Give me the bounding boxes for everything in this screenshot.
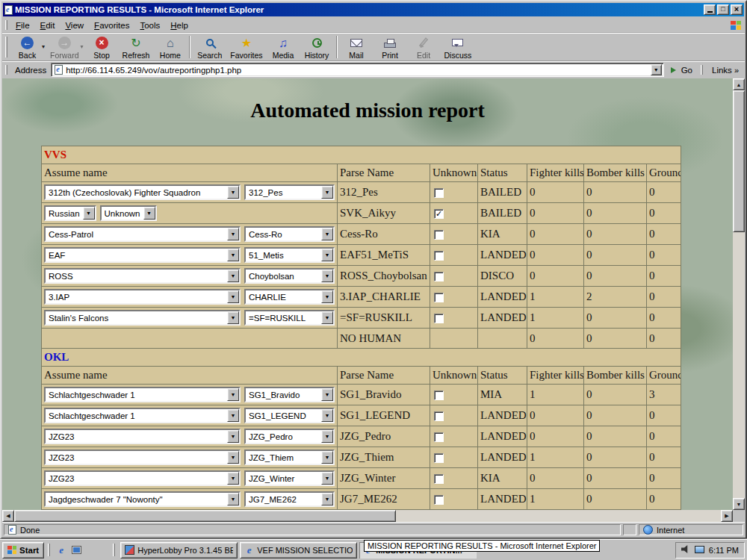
squadron-select[interactable]: 3.IAP▼ bbox=[44, 289, 241, 305]
squadron-select[interactable]: Schlachtgeschwader 1▼ bbox=[44, 387, 241, 402]
toolbar-back-button[interactable]: ←Back bbox=[10, 34, 44, 60]
dropdown-caret-icon[interactable]: ▾ bbox=[42, 43, 45, 60]
vertical-scrollbar[interactable]: ▲ ▼ bbox=[733, 78, 745, 510]
scroll-down-icon[interactable]: ▼ bbox=[733, 498, 745, 510]
squadron-select[interactable]: JZG23▼ bbox=[44, 449, 241, 465]
chevron-down-icon[interactable]: ▼ bbox=[227, 472, 239, 485]
vertical-scroll-track[interactable] bbox=[733, 90, 745, 498]
unknown-checkbox[interactable] bbox=[434, 251, 444, 261]
quicklaunch-show-desktop[interactable] bbox=[70, 544, 82, 557]
tasks-grip[interactable] bbox=[113, 544, 115, 556]
minimize-button[interactable] bbox=[704, 4, 716, 15]
unknown-checkbox[interactable] bbox=[434, 453, 444, 463]
squadron-select[interactable]: Schlachtgeschwader 1▼ bbox=[44, 408, 241, 423]
toolbar-media-button[interactable]: ♫Media bbox=[267, 34, 300, 60]
scroll-left-icon[interactable]: ◀ bbox=[2, 510, 14, 522]
chevron-down-icon[interactable]: ▼ bbox=[321, 388, 333, 401]
squadron-select[interactable]: Stalin's Falcons▼ bbox=[44, 310, 241, 326]
links-bar[interactable]: Links » bbox=[709, 66, 742, 75]
task-button-1[interactable]: HyperLobby Pro 3.1.45 BETA bbox=[120, 542, 238, 559]
pilot-select[interactable]: 51_Metis▼ bbox=[244, 247, 335, 263]
squadron-select[interactable]: JZG23▼ bbox=[44, 429, 241, 444]
unknown-checkbox[interactable] bbox=[434, 314, 444, 323]
toolbar-search-button[interactable]: Search bbox=[193, 34, 226, 60]
toolbar-history-button[interactable]: History bbox=[300, 34, 334, 60]
chevron-down-icon[interactable]: ▼ bbox=[321, 409, 333, 422]
chevron-down-icon[interactable]: ▼ bbox=[227, 493, 239, 505]
chevron-down-icon[interactable]: ▼ bbox=[321, 493, 333, 505]
unknown-checkbox[interactable] bbox=[434, 230, 444, 240]
address-dropdown-button[interactable]: ▼ bbox=[651, 64, 662, 75]
chevron-down-icon[interactable]: ▼ bbox=[321, 451, 333, 464]
menu-file[interactable]: File bbox=[10, 19, 35, 31]
pilot-select[interactable]: Russian▼ bbox=[44, 205, 96, 221]
chevron-down-icon[interactable]: ▼ bbox=[227, 409, 239, 422]
unknown-checkbox[interactable] bbox=[434, 293, 444, 302]
links-grip[interactable] bbox=[701, 65, 703, 75]
chevron-down-icon[interactable]: ▼ bbox=[143, 207, 155, 220]
toolbar-stop-button[interactable]: ×Stop bbox=[85, 34, 119, 60]
chevron-down-icon[interactable]: ▼ bbox=[227, 388, 239, 401]
address-input[interactable]: http://66.114.65.249/vov/autreportingphp… bbox=[51, 63, 663, 77]
chevron-down-icon[interactable]: ▼ bbox=[321, 430, 333, 443]
scroll-right-icon[interactable]: ▶ bbox=[721, 510, 733, 522]
ie-window-icon[interactable] bbox=[4, 5, 13, 15]
horizontal-scroll-thumb[interactable] bbox=[14, 510, 396, 522]
pilot-select[interactable]: JG7_ME262▼ bbox=[244, 491, 335, 507]
toolbar-favorites-button[interactable]: ★Favorites bbox=[226, 34, 266, 60]
chevron-down-icon[interactable]: ▼ bbox=[227, 311, 239, 324]
menu-edit[interactable]: Edit bbox=[35, 19, 61, 31]
chevron-down-icon[interactable]: ▼ bbox=[321, 472, 333, 485]
unknown-checkbox[interactable] bbox=[434, 411, 444, 421]
toolbar-grip[interactable] bbox=[5, 37, 7, 57]
squadron-select[interactable]: JZG23▼ bbox=[44, 470, 241, 486]
squadron-select[interactable]: ROSS▼ bbox=[44, 268, 241, 284]
pilot-select[interactable]: JZG_Winter▼ bbox=[244, 470, 335, 486]
start-button[interactable]: Start bbox=[2, 542, 44, 559]
chevron-down-icon[interactable]: ▼ bbox=[227, 270, 239, 282]
horizontal-scroll-track[interactable] bbox=[14, 510, 721, 522]
unknown-checkbox[interactable]: ✓ bbox=[434, 209, 444, 219]
toolbar-print-button[interactable]: Print bbox=[374, 34, 407, 60]
chevron-down-icon[interactable]: ▼ bbox=[227, 430, 239, 443]
unknown-checkbox[interactable] bbox=[434, 474, 444, 484]
unknown-checkbox[interactable] bbox=[434, 188, 444, 198]
pilot-select[interactable]: =SF=RUSKILL▼ bbox=[244, 310, 335, 326]
chevron-down-icon[interactable]: ▼ bbox=[321, 228, 333, 240]
chevron-down-icon[interactable]: ▼ bbox=[321, 290, 333, 303]
menu-favorites[interactable]: Favorites bbox=[89, 19, 134, 31]
pilot-select[interactable]: CHARLIE▼ bbox=[244, 289, 335, 305]
pilot-select[interactable]: JZG_Thiem▼ bbox=[244, 449, 335, 465]
toolbar-mail-button[interactable]: Mail bbox=[340, 34, 374, 60]
pilot-select[interactable]: 312_Pes▼ bbox=[244, 184, 335, 200]
maximize-button[interactable]: □ bbox=[717, 4, 729, 15]
menu-help[interactable]: Help bbox=[165, 19, 193, 31]
chevron-down-icon[interactable]: ▼ bbox=[227, 290, 239, 303]
title-bar[interactable]: MISSION REPORTING RESULTS - Microsoft In… bbox=[3, 3, 744, 16]
scroll-up-icon[interactable]: ▲ bbox=[733, 78, 745, 90]
chevron-down-icon[interactable]: ▼ bbox=[321, 186, 333, 199]
unknown-checkbox[interactable] bbox=[434, 272, 444, 281]
quicklaunch-ie-logo[interactable]: e bbox=[55, 544, 67, 557]
chevron-down-icon[interactable]: ▼ bbox=[227, 228, 239, 240]
tray-display[interactable] bbox=[695, 546, 704, 555]
pilot-select[interactable]: JZG_Pedro▼ bbox=[244, 429, 335, 444]
horizontal-scrollbar[interactable]: ◀ ▶ bbox=[2, 510, 733, 522]
menu-view[interactable]: View bbox=[60, 19, 89, 31]
pilot-select[interactable]: SG1_LEGEND▼ bbox=[244, 408, 335, 423]
address-grip[interactable] bbox=[5, 65, 7, 75]
task-button-2[interactable]: eVEF MISSION SELECTIO... bbox=[240, 542, 357, 559]
unknown-checkbox[interactable] bbox=[434, 495, 444, 505]
chevron-down-icon[interactable]: ▼ bbox=[227, 249, 239, 261]
tray-volume[interactable] bbox=[681, 545, 690, 555]
pilot-select[interactable]: SG1_Bravido▼ bbox=[244, 387, 335, 402]
chevron-down-icon[interactable]: ▼ bbox=[83, 207, 95, 220]
toolbar-refresh-button[interactable]: ↻Refresh bbox=[119, 34, 154, 60]
pilot-select[interactable]: Unknown▼ bbox=[100, 205, 157, 221]
menu-tools[interactable]: Tools bbox=[134, 19, 165, 31]
squadron-select[interactable]: EAF▼ bbox=[44, 247, 241, 263]
go-button[interactable]: Go bbox=[667, 66, 696, 75]
quicklaunch-grip[interactable] bbox=[48, 544, 50, 556]
chevron-down-icon[interactable]: ▼ bbox=[321, 270, 333, 282]
squadron-select[interactable]: Cess-Patrol▼ bbox=[44, 226, 241, 242]
